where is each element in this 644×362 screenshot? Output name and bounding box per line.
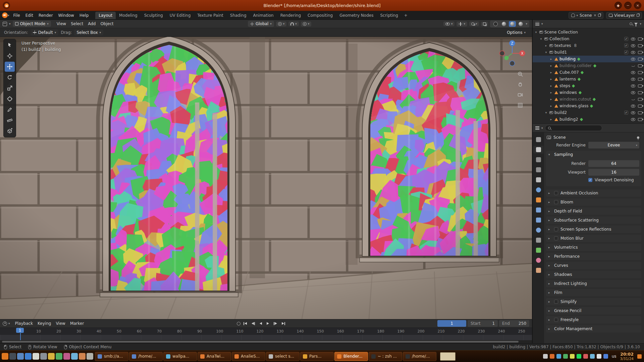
expand-arrow-icon[interactable]: ▸	[549, 77, 553, 81]
network-tray-icon[interactable]	[543, 354, 548, 359]
timeline-menu-item[interactable]: Marker	[68, 320, 86, 326]
object-tab[interactable]	[533, 196, 543, 204]
volume-icon[interactable]	[71, 353, 78, 360]
shading-solid-button[interactable]	[500, 21, 507, 27]
playhead-frame-badge[interactable]: 1	[16, 328, 24, 333]
app-menu-icon[interactable]	[2, 353, 8, 360]
orthographic-toggle-icon[interactable]	[517, 102, 523, 108]
workspace-tab[interactable]: Scripting	[377, 12, 401, 19]
cut-tray-icon[interactable]	[583, 354, 588, 359]
play-reverse-button[interactable]	[258, 321, 264, 326]
properties-section-header[interactable]: ▸ Volumetrics	[546, 244, 641, 251]
modifiers-tab[interactable]	[533, 206, 543, 214]
hide-eye-icon[interactable]	[631, 84, 635, 87]
tool-select-box[interactable]	[5, 40, 15, 50]
menu-item[interactable]: Window	[56, 12, 77, 19]
render-samples-field[interactable]: 64	[588, 160, 639, 167]
proportional-editing-icon[interactable]	[303, 22, 307, 26]
properties-section-header[interactable]: ▸ Simplify	[546, 298, 641, 305]
outliner-row[interactable]: ▸ Cube.007	[533, 69, 644, 76]
settings-icon[interactable]	[40, 353, 47, 360]
properties-section-header[interactable]: ▸ Freestyle	[546, 316, 641, 323]
properties-search-input[interactable]	[545, 125, 602, 131]
hide-eye-icon[interactable]	[631, 91, 635, 94]
display-tray-icon[interactable]	[590, 354, 595, 359]
timeline-scrollbar[interactable]	[0, 340, 532, 343]
scene-unlink-icon[interactable]: ×	[594, 13, 596, 17]
current-frame-field[interactable]: 1	[437, 320, 466, 327]
render-visibility-icon[interactable]	[638, 44, 642, 47]
outliner-row[interactable]: ▾ build1	[533, 49, 644, 56]
render-visibility-icon[interactable]	[638, 111, 642, 114]
render-visibility-icon[interactable]	[638, 84, 642, 87]
scene-selector[interactable]: ▾ Scene ×	[569, 12, 604, 19]
render-visibility-icon[interactable]	[638, 64, 642, 67]
workspace-tab[interactable]: Animation	[250, 12, 277, 19]
collection-checkbox[interactable]	[624, 44, 628, 48]
collection-checkbox[interactable]	[624, 37, 628, 41]
blender-menu-icon[interactable]	[2, 12, 8, 18]
outliner-row[interactable]: ▸ textures 8	[533, 42, 644, 49]
workspace-tab[interactable]: UV Editing	[166, 12, 194, 19]
taskbar-window-button[interactable]: /home/...	[129, 352, 163, 361]
orientation-default-dropdown[interactable]: Default ▾	[31, 29, 58, 36]
hide-eye-icon[interactable]	[631, 118, 635, 121]
music-icon[interactable]	[63, 353, 70, 360]
tool-scale[interactable]	[5, 83, 15, 93]
expand-arrow-icon[interactable]: ▸	[549, 71, 553, 74]
workspace-tab[interactable]: Modeling	[116, 12, 141, 19]
hide-eye-icon[interactable]	[631, 111, 635, 114]
axis-x-negative-button[interactable]	[500, 51, 505, 56]
taskbar-window-button[interactable]: ~ : zsh ...	[369, 352, 402, 361]
section-checkbox[interactable]	[554, 227, 558, 231]
timeline-track[interactable]	[0, 335, 532, 340]
overlays-toggle[interactable]: ▾	[469, 21, 479, 26]
menu-item[interactable]: Render	[36, 12, 56, 19]
viewport-denoising-checkbox[interactable]	[588, 178, 592, 182]
workspace-tab[interactable]: Texture Paint	[194, 12, 226, 19]
taskbar-window-button[interactable]: AnalieS...	[232, 352, 265, 361]
section-checkbox[interactable]	[554, 191, 558, 195]
properties-section-header[interactable]: ▸ Performance	[546, 253, 641, 260]
timeline-ruler[interactable]: 1020304050607080901001101201301401501601…	[0, 327, 532, 335]
timeline-menu-item[interactable]: Playback	[13, 320, 36, 326]
xray-toggle[interactable]	[481, 22, 488, 26]
menu-item[interactable]: File	[11, 12, 23, 19]
object-visibility-dropdown[interactable]: ▾	[443, 21, 455, 26]
section-checkbox[interactable]	[554, 200, 558, 204]
timeline-editor[interactable]: ▾ PlaybackKeyingViewMarker 1 Start1 End2…	[0, 319, 532, 343]
taskbar-window-button[interactable]: wallpa...	[163, 352, 197, 361]
properties-section-header[interactable]: ▸ Film	[546, 289, 641, 296]
viewport-menu-item[interactable]: Object	[98, 21, 116, 27]
viewport-menu-item[interactable]: Add	[86, 21, 98, 27]
output-tab[interactable]	[533, 156, 543, 164]
viewlayer-new-icon[interactable]	[637, 14, 639, 17]
clipboard-tray-icon[interactable]	[570, 354, 575, 359]
shield-tray-icon[interactable]	[563, 354, 568, 359]
tool-tab[interactable]	[533, 136, 543, 143]
screenshot-icon[interactable]	[79, 353, 86, 360]
section-checkbox[interactable]	[554, 318, 558, 322]
scene-new-icon[interactable]	[598, 14, 601, 17]
frame-start-field[interactable]: Start1	[468, 320, 498, 327]
image-viewer-icon[interactable]	[56, 353, 62, 360]
workspace-tab[interactable]: Rendering	[277, 12, 304, 19]
terminal-icon[interactable]	[9, 353, 16, 360]
timeline-menu-item[interactable]: Keying	[35, 320, 53, 326]
jump-to-end-button[interactable]	[280, 321, 287, 326]
chat-tray-icon[interactable]	[603, 354, 608, 359]
expand-arrow-icon[interactable]: ▸	[549, 118, 553, 121]
world-tab[interactable]	[533, 186, 543, 194]
text-editor-icon[interactable]	[33, 353, 39, 360]
outliner-row[interactable]: ▸ building2	[533, 116, 644, 123]
snap-controls[interactable]: ▾	[288, 21, 299, 26]
clock[interactable]: 20:02 3/31/24	[620, 352, 634, 361]
sampling-panel-header[interactable]: ▾ Sampling	[546, 151, 641, 158]
workspace-tab[interactable]: Compositing	[304, 12, 336, 19]
clipboard-icon[interactable]	[87, 353, 93, 360]
expand-arrow-icon[interactable]: ▾	[534, 31, 538, 34]
properties-section-header[interactable]: ▸ Bloom	[546, 198, 641, 206]
render-visibility-icon[interactable]	[638, 78, 642, 81]
collection-checkbox[interactable]	[624, 50, 628, 54]
tool-add-cube[interactable]	[5, 126, 15, 136]
